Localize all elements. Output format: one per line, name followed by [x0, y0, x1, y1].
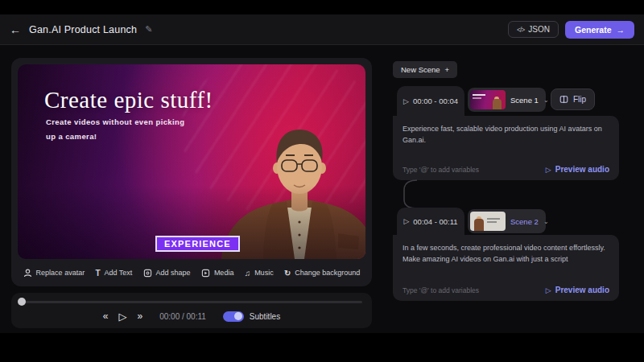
- topbar: ← Gan.AI Product Launch ✎ </> JSON Gener…: [0, 14, 644, 45]
- refresh-icon: ↻: [284, 269, 291, 278]
- scene2-name: Scene 2: [510, 217, 539, 226]
- scene1-selector[interactable]: Scene 1 ⌄: [468, 88, 546, 112]
- tool-label: Replace avatar: [36, 269, 85, 277]
- scene-connector-line: [401, 179, 419, 210]
- app-window: ← Gan.AI Product Launch ✎ </> JSON Gener…: [0, 0, 644, 362]
- subtitles-toggle[interactable]: [223, 311, 244, 322]
- media-icon: [201, 269, 210, 278]
- play-icon[interactable]: ▷: [403, 217, 409, 225]
- text-icon: T: [95, 269, 100, 278]
- topbar-actions: </> JSON Generate →: [508, 21, 634, 39]
- tool-label: Media: [214, 269, 234, 277]
- flip-icon: [559, 95, 568, 104]
- tool-label: Add Text: [105, 269, 133, 277]
- add-text-button[interactable]: T Add Text: [95, 269, 132, 278]
- forward-icon[interactable]: »: [137, 311, 142, 322]
- variables-hint: Type '@' to add variables: [402, 286, 479, 294]
- tool-label: Music: [254, 269, 274, 277]
- video-preview[interactable]: Create epic stuff! Create videos without…: [18, 64, 365, 259]
- generate-button-label: Generate: [575, 25, 612, 35]
- scene2-preview-audio-button[interactable]: ▷ Preview audio: [546, 286, 609, 294]
- scene1-name: Scene 1: [510, 96, 539, 105]
- scene1-script-input[interactable]: Experience fast, scalable video producti…: [402, 124, 609, 146]
- preview-audio-label: Preview audio: [555, 165, 609, 174]
- arrow-right-icon: →: [617, 25, 625, 35]
- scene2-time-tab[interactable]: ▷ 00:04 - 00:11: [397, 208, 464, 235]
- tool-label: Change background: [295, 269, 360, 277]
- scene1-script-card: Experience fast, scalable video producti…: [393, 116, 619, 180]
- scene1-time-range: 00:00 - 00:04: [413, 97, 458, 105]
- json-button[interactable]: </> JSON: [508, 21, 559, 38]
- tool-label: Add shape: [156, 269, 191, 277]
- scene1-thumbnail: [470, 90, 506, 109]
- generate-button[interactable]: Generate →: [565, 21, 634, 39]
- play-icon: ▷: [546, 286, 551, 294]
- scene1-preview-audio-button[interactable]: ▷ Preview audio: [546, 165, 609, 174]
- video-toolbar: Replace avatar T Add Text Add shape: [18, 261, 365, 285]
- chevron-down-icon[interactable]: ⌄: [543, 218, 549, 225]
- video-editor-card: Create epic stuff! Create videos without…: [11, 58, 372, 286]
- play-icon: ▷: [546, 166, 551, 174]
- add-shape-button[interactable]: Add shape: [143, 269, 191, 278]
- play-icon[interactable]: ▷: [118, 311, 126, 323]
- scene1-script-footer: Type '@' to add variables ▷ Preview audi…: [402, 165, 609, 174]
- replace-avatar-button[interactable]: Replace avatar: [23, 269, 85, 278]
- flip-button-label: Flip: [573, 95, 586, 104]
- music-icon: ♫: [245, 269, 251, 278]
- playback-bar: « ▷ » 00:00 / 00:11 Subtitles: [11, 293, 372, 328]
- preview-audio-label: Preview audio: [555, 286, 609, 294]
- project-title: Gan.AI Product Launch: [29, 24, 137, 35]
- main-content: Create epic stuff! Create videos without…: [0, 45, 644, 333]
- change-background-button[interactable]: ↻ Change background: [284, 269, 360, 278]
- shape-icon: [143, 269, 152, 278]
- scene2-script-card: In a few seconds, create professional vi…: [393, 235, 619, 301]
- flip-button[interactable]: Flip: [551, 88, 595, 110]
- scene2-script-footer: Type '@' to add variables ▷ Preview audi…: [402, 286, 609, 294]
- person-icon: [23, 269, 32, 278]
- timeline-track[interactable]: [21, 301, 362, 303]
- plus-icon: +: [445, 65, 450, 74]
- play-icon[interactable]: ▷: [403, 97, 409, 105]
- subtitles-label: Subtitles: [250, 312, 280, 321]
- json-button-label: JSON: [528, 25, 550, 34]
- media-button[interactable]: Media: [201, 269, 234, 278]
- variables-hint: Type '@' to add variables: [402, 166, 479, 174]
- scene2-time-range: 00:04 - 00:11: [413, 217, 457, 226]
- time-display: 00:00 / 00:11: [159, 312, 206, 321]
- toggle-knob: [234, 312, 242, 320]
- new-scene-label: New Scene: [401, 65, 440, 74]
- chevron-down-icon[interactable]: ⌄: [543, 97, 549, 104]
- scene2-thumbnail: [470, 212, 506, 231]
- video-headline-text: Create epic stuff!: [44, 87, 213, 113]
- music-button[interactable]: ♫ Music: [245, 269, 274, 278]
- experience-badge[interactable]: EXPERIENCE: [155, 236, 240, 252]
- playback-controls: « ▷ » 00:00 / 00:11 Subtitles: [11, 308, 372, 324]
- back-icon[interactable]: ←: [10, 23, 21, 36]
- video-subtitle-line2: up a camera!: [46, 132, 97, 141]
- code-icon: </>: [517, 26, 524, 34]
- new-scene-button[interactable]: New Scene +: [393, 61, 457, 78]
- video-subtitle-line1: Create videos without even picking: [46, 117, 185, 126]
- scene2-script-input[interactable]: In a few seconds, create professional vi…: [402, 243, 609, 265]
- rewind-icon[interactable]: «: [103, 311, 109, 322]
- edit-title-icon[interactable]: ✎: [145, 24, 152, 35]
- scene2-selector[interactable]: Scene 2 ⌄: [468, 209, 546, 233]
- timeline-scrubber-handle[interactable]: [18, 298, 26, 306]
- scene1-time-tab[interactable]: ▷ 00:00 - 00:04: [397, 86, 464, 116]
